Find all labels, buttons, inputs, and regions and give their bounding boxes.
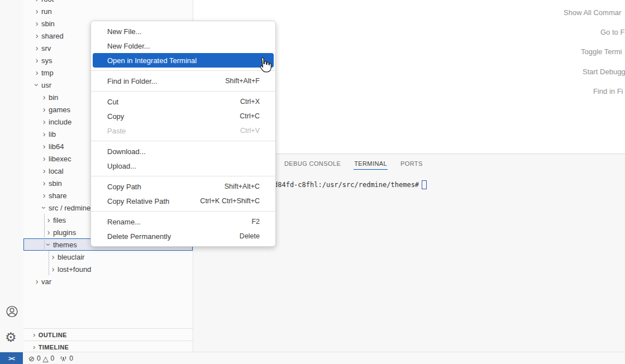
chevron-right-icon: › [40,118,49,126]
chevron-right-icon: › [49,265,58,273]
chevron-right-icon: › [40,179,49,187]
tree-item-label: lib [49,130,56,138]
menu-item-copy[interactable]: CopyCtrl+C [93,109,274,123]
tree-item-label: src / redmine [49,204,90,212]
watermark-show-all-commands: Show All Commar [564,8,621,17]
menu-item-download[interactable]: Download... [93,144,274,159]
chevron-right-icon: › [40,191,49,199]
menu-item-new-folder[interactable]: New Folder... [93,39,274,53]
terminal-cursor [422,180,427,189]
tree-item-label: srv [41,44,51,52]
tree-item-label: plugins [53,228,76,237]
terminal-prompt-text: d84fd-c8fhl:/usr/src/redmine/themes# [274,181,419,189]
remote-indicator[interactable]: >< [0,352,23,364]
warning-icon: △ [43,355,49,362]
tab-ports[interactable]: PORTS [400,158,423,169]
chevron-right-icon: › [32,56,41,64]
timeline-label: TIMELINE [39,344,69,351]
indent-guide [49,251,49,275]
chevron-right-icon: › [44,228,53,236]
menu-item-delete-permanently[interactable]: Delete PermanentlyDelete [93,229,274,243]
tree-item-label: bin [49,93,58,102]
tree-item-label: include [49,118,71,126]
chevron-right-icon: › [40,155,49,162]
tree-item-label: bleuclair [58,253,84,261]
chevron-right-icon: › [40,167,49,175]
tree-item-label: games [49,106,70,114]
chevron-right-icon: › [40,142,49,150]
menu-item-open-in-integrated-terminal[interactable]: Open in Integrated Terminal [93,53,274,68]
chevron-right-icon: › [32,32,41,40]
tree-item-label: sbin [41,20,55,28]
chevron-right-icon: › [40,130,49,138]
menu-item-copy-path[interactable]: Copy PathShift+Alt+C [93,179,274,194]
explorer-context-menu: New File... New Folder... Open in Integr… [90,21,276,247]
watermark-start-debugging: Start Debuggi [583,68,625,76]
tree-item-var[interactable]: ›var [23,275,193,288]
tree-item-label: lost+found [58,265,91,274]
ports-indicator[interactable]: 0 [60,355,73,362]
chevron-right-icon: › [44,216,53,224]
tree-item-run[interactable]: ›run [23,5,193,17]
status-bar: >< ⊘ 0 △ 0 0 [0,352,625,364]
ports-count: 0 [69,355,73,362]
vscode-window: ⚙ ›root ›run ›sbin ›shared ›srv ›sys ›tm… [0,0,625,364]
tree-item-label: files [53,216,66,224]
menu-item-upload[interactable]: Upload... [93,159,274,173]
menu-separator [91,176,275,176]
tab-terminal[interactable]: TERMINAL [354,158,388,170]
gear-icon[interactable]: ⚙ [5,331,17,344]
menu-item-cut[interactable]: CutCtrl+X [93,94,274,109]
menu-separator [91,141,275,141]
chevron-right-icon: › [32,277,41,285]
warning-count: 0 [51,355,55,362]
chevron-down-icon: › [40,203,48,212]
tree-item-root[interactable]: ›root [23,0,193,5]
problems-indicator[interactable]: ⊘ 0 △ 0 [28,355,54,362]
tab-debug-console[interactable]: DEBUG CONSOLE [284,158,341,169]
chevron-right-icon: › [49,253,58,261]
terminal-prompt-line[interactable]: d84fd-c8fhl:/usr/src/redmine/themes# [274,180,427,189]
menu-separator [91,211,275,212]
tree-item-label: sys [41,56,53,65]
indent-guide [44,214,45,251]
tree-item-label: lib64 [49,142,64,151]
tree-item-label: root [41,0,54,3]
chevron-right-icon: › [32,7,41,15]
outline-section-header[interactable]: › OUTLINE [23,328,193,341]
menu-separator [91,70,275,71]
menu-item-find-in-folder[interactable]: Find in Folder...Shift+Alt+F [93,74,274,88]
tree-item-label: shared [41,32,64,40]
watermark-go-to-file: Go to F [600,28,624,36]
watermark-find-in-files: Find in Fi [593,87,623,95]
menu-separator [91,91,275,92]
chevron-down-icon: › [33,80,41,89]
menu-item-new-file[interactable]: New File... [93,24,274,39]
tree-item-label: tmp [41,69,54,77]
chevron-right-icon: › [33,331,36,339]
tree-item-label: themes [53,241,77,249]
menu-item-copy-relative-path[interactable]: Copy Relative PathCtrl+K Ctrl+Shift+C [93,194,274,208]
tree-item-label: sbin [49,179,62,188]
timeline-section-header[interactable]: › TIMELINE [23,341,193,352]
chevron-right-icon: › [32,20,41,27]
error-icon: ⊘ [28,355,35,362]
chevron-right-icon: › [32,0,41,3]
menu-item-rename[interactable]: Rename...F2 [93,214,274,229]
chevron-right-icon: › [33,343,36,351]
tree-item-label: share [49,191,67,200]
tree-item-label: usr [41,81,51,89]
chevron-right-icon: › [40,106,49,113]
account-icon[interactable] [5,304,19,319]
chevron-right-icon: › [32,44,41,52]
tree-item-label: local [49,167,64,175]
error-count: 0 [37,355,41,362]
outline-label: OUTLINE [39,332,67,338]
watermark-toggle-terminal: Toggle Termi [581,47,622,56]
radio-tower-icon [60,355,67,362]
chevron-right-icon: › [40,93,49,101]
tree-item-label: var [41,277,51,286]
menu-item-paste: PasteCtrl+V [93,123,274,138]
chevron-right-icon: › [32,69,41,76]
tree-item-label: run [41,7,52,16]
